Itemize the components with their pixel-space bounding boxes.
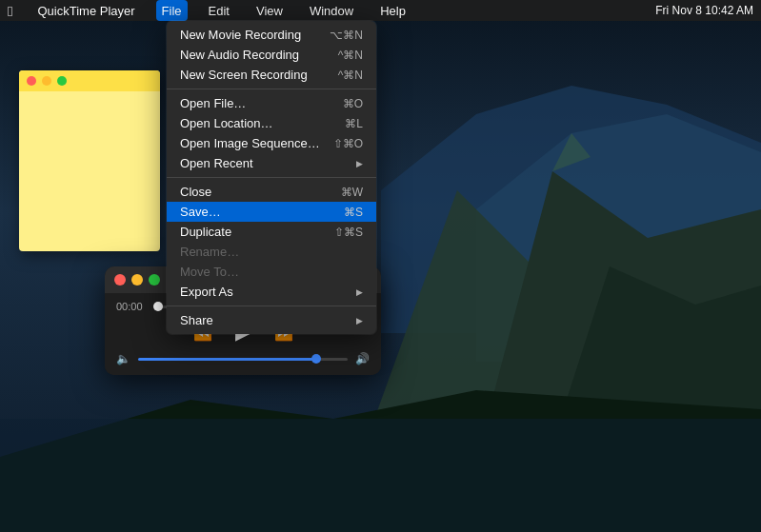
menu-open-location-label: Open Location… <box>180 116 273 130</box>
menubar:  QuickTime Player File Edit View Window… <box>0 0 761 21</box>
menu-share-label: Share <box>180 313 213 327</box>
menu-open-image-sequence[interactable]: Open Image Sequence… ⇧⌘O <box>167 133 376 153</box>
menu-open-recent[interactable]: Open Recent <box>167 153 376 173</box>
qt-zoom-button[interactable] <box>149 274 160 286</box>
menu-open-recent-label: Open Recent <box>180 156 253 170</box>
menu-new-movie-recording-label: New Movie Recording <box>180 28 301 42</box>
qt-progress-thumb <box>153 302 163 311</box>
menu-export-as-label: Export As <box>180 285 233 299</box>
menu-close-shortcut: ⌘W <box>341 186 363 199</box>
menu-duplicate-shortcut: ⇧⌘S <box>334 226 363 239</box>
file-dropdown-menu: New Movie Recording ⌥⌘N New Audio Record… <box>167 21 376 334</box>
qt-volume-high-icon: 🔊 <box>355 352 370 365</box>
menu-new-movie-recording[interactable]: New Movie Recording ⌥⌘N <box>167 25 376 45</box>
menu-rename: Rename… <box>167 242 376 262</box>
menu-open-image-sequence-label: Open Image Sequence… <box>180 136 320 150</box>
menu-move-to: Move To… <box>167 262 376 282</box>
menu-open-location[interactable]: Open Location… ⌘L <box>167 113 376 133</box>
sticky-close-button[interactable] <box>27 76 36 86</box>
qt-volume-row: 🔈 🔊 <box>116 352 370 365</box>
menubar-edit[interactable]: Edit <box>203 0 235 21</box>
menu-new-audio-recording-label: New Audio Recording <box>180 48 299 62</box>
menu-close-label: Close <box>180 185 211 199</box>
menu-save-label: Save… <box>180 205 221 219</box>
menu-new-audio-recording-shortcut: ^⌘N <box>338 49 363 62</box>
qt-time-start: 00:00 <box>116 301 149 312</box>
menu-new-screen-recording-shortcut: ^⌘N <box>338 69 363 82</box>
menubar-right: Fri Nov 8 10:42 AM <box>655 4 753 17</box>
menu-duplicate[interactable]: Duplicate ⇧⌘S <box>167 222 376 242</box>
menu-move-to-label: Move To… <box>180 265 239 279</box>
menu-close[interactable]: Close ⌘W <box>167 182 376 202</box>
menubar-app-name[interactable]: QuickTime Player <box>31 0 140 21</box>
separator-1 <box>167 89 376 89</box>
menu-duplicate-label: Duplicate <box>180 225 231 239</box>
menu-export-as[interactable]: Export As <box>167 282 376 302</box>
qt-volume-thumb <box>311 354 321 364</box>
svg-rect-7 <box>0 419 761 532</box>
menu-save-shortcut: ⌘S <box>344 206 363 219</box>
qt-volume-bar[interactable] <box>138 358 348 361</box>
menu-share[interactable]: Share <box>167 310 376 330</box>
menu-open-image-sequence-shortcut: ⇧⌘O <box>333 137 363 150</box>
menu-new-screen-recording[interactable]: New Screen Recording ^⌘N <box>167 65 376 85</box>
menu-open-file[interactable]: Open File… ⌘O <box>167 93 376 113</box>
menubar-file[interactable]: File <box>156 0 188 21</box>
menu-open-file-shortcut: ⌘O <box>343 97 363 110</box>
separator-2 <box>167 177 376 178</box>
menu-new-audio-recording[interactable]: New Audio Recording ^⌘N <box>167 45 376 65</box>
qt-minimize-button[interactable] <box>131 274 143 286</box>
menubar-help[interactable]: Help <box>374 0 411 21</box>
sticky-note-titlebar <box>19 70 160 91</box>
menubar-clock: Fri Nov 8 10:42 AM <box>655 4 753 17</box>
menu-open-location-shortcut: ⌘L <box>345 117 363 130</box>
menu-new-screen-recording-label: New Screen Recording <box>180 68 308 82</box>
sticky-zoom-button[interactable] <box>57 76 67 86</box>
menu-new-movie-recording-shortcut: ⌥⌘N <box>330 29 363 42</box>
qt-close-button[interactable] <box>114 274 126 286</box>
menu-save[interactable]: Save… ⌘S <box>167 202 376 222</box>
menubar-view[interactable]: View <box>250 0 289 21</box>
sticky-minimize-button[interactable] <box>42 76 51 86</box>
separator-3 <box>167 305 376 306</box>
menu-open-file-label: Open File… <box>180 96 246 110</box>
qt-volume-low-icon: 🔈 <box>116 352 130 365</box>
menu-rename-label: Rename… <box>180 245 239 259</box>
menubar-window[interactable]: Window <box>304 0 359 21</box>
sticky-note-window <box>19 70 160 251</box>
apple-menu[interactable]:  <box>8 3 12 19</box>
